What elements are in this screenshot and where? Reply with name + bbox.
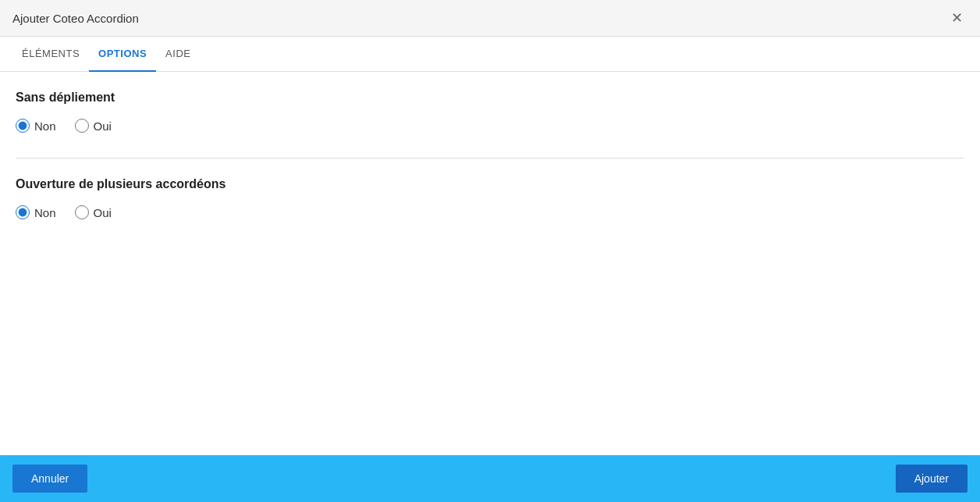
section-ouverture-plusieurs: Ouverture de plusieurs accordéons Non Ou… [16,177,964,238]
radio-non1[interactable] [16,119,30,133]
section-sans-depliement: Sans dépliement Non Oui [16,91,964,151]
radio-label-non1: Non [34,119,56,133]
dialog-header: Ajouter Coteo Accordion ✕ [0,0,980,37]
radio-oui1[interactable] [75,119,89,133]
tab-options[interactable]: OPTIONS [89,37,156,72]
add-button[interactable]: Ajouter [896,465,968,493]
tab-aide[interactable]: AIDE [156,37,200,72]
radio-non2[interactable] [16,205,30,219]
radio-option-oui1[interactable]: Oui [75,119,112,133]
radio-group-ouverture-plusieurs: Non Oui [16,205,964,219]
radio-label-oui2: Oui [94,206,112,219]
section-title-sans-depliement: Sans dépliement [16,91,964,105]
radio-label-non2: Non [34,206,56,219]
radio-option-non2[interactable]: Non [16,205,56,219]
radio-label-oui1: Oui [94,119,112,133]
dialog-footer: Annuler Ajouter [0,455,980,502]
section-divider [16,158,964,158]
cancel-button[interactable]: Annuler [12,465,87,493]
tabs-container: ÉLÉMENTS OPTIONS AIDE [0,37,980,72]
section-title-ouverture-plusieurs: Ouverture de plusieurs accordéons [16,177,964,191]
tab-elements[interactable]: ÉLÉMENTS [12,37,89,72]
close-button[interactable]: ✕ [946,9,968,27]
radio-oui2[interactable] [75,205,89,219]
radio-group-sans-depliement: Non Oui [16,119,964,133]
radio-option-oui2[interactable]: Oui [75,205,112,219]
dialog: Ajouter Coteo Accordion ✕ ÉLÉMENTS OPTIO… [0,0,980,502]
dialog-title: Ajouter Coteo Accordion [12,12,139,25]
radio-option-non1[interactable]: Non [16,119,56,133]
dialog-content: Sans dépliement Non Oui Ouverture de plu… [0,72,980,455]
